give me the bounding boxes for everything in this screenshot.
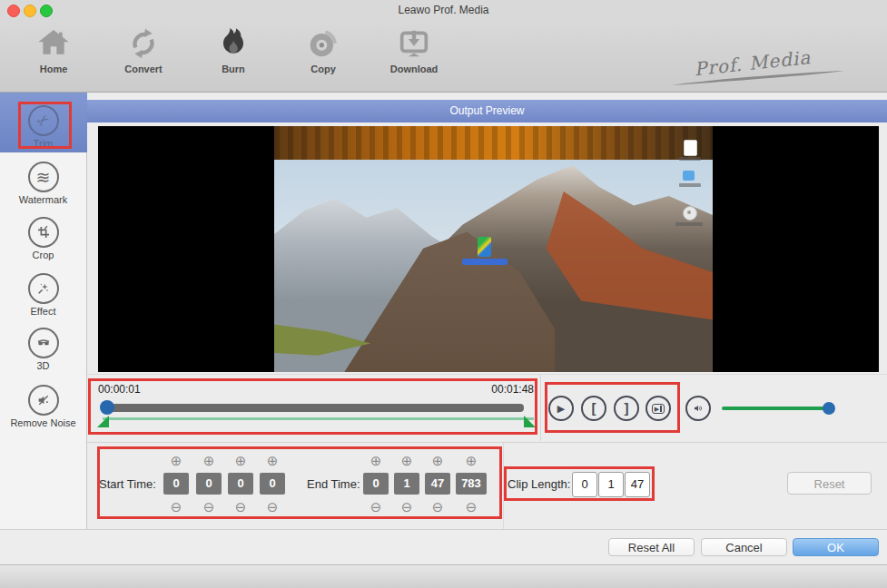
end-time-label: End Time: (307, 477, 360, 491)
decrement-button[interactable]: ⊖ (163, 500, 189, 514)
increment-button[interactable]: ⊕ (456, 454, 487, 468)
set-start-point-button[interactable]: [ (581, 396, 606, 421)
start-time-seconds-field[interactable]: 0 (228, 473, 253, 495)
copy-disc-icon (305, 25, 341, 62)
start-time-label: Start Time: (99, 477, 156, 491)
start-time-ms-spinner: ⊕ 0 ⊖ (260, 454, 285, 514)
prof-media-logo: Prof. Media (667, 44, 849, 91)
increment-button[interactable]: ⊕ (363, 454, 389, 468)
desktop-folder-label (679, 183, 701, 187)
start-time-minutes-spinner: ⊕ 0 ⊖ (196, 454, 222, 514)
timeline-track[interactable] (105, 404, 524, 412)
clip-length-label: Clip Length: (508, 477, 570, 491)
ok-button[interactable]: OK (793, 538, 879, 556)
speaker-icon (693, 401, 704, 416)
remove-noise-icon (28, 385, 59, 416)
row-divider (503, 443, 504, 529)
play-to-end-icon: ▶ (652, 404, 665, 414)
toolbar-item-label: Burn (195, 64, 271, 74)
timeline-current-time: 00:00:01 (98, 383, 141, 396)
app-window: Leawo Prof. Media Home Convert (0, 0, 887, 588)
increment-button[interactable]: ⊕ (425, 454, 450, 468)
decrement-button[interactable]: ⊖ (363, 500, 389, 514)
toolbar-item-download[interactable]: Download (376, 25, 452, 85)
desktop-installer-label (462, 259, 508, 265)
trim-scissors-icon: ✂ (28, 105, 59, 136)
bracket-open-icon: [ (592, 401, 596, 415)
desktop-document-label (679, 157, 701, 161)
toolbar-item-label: Convert (105, 64, 182, 74)
timeline-total-time: 00:01:48 (443, 383, 534, 396)
status-footer (0, 564, 887, 588)
burn-icon (215, 25, 251, 62)
end-time-minutes-spinner: ⊕ 1 ⊖ (394, 454, 419, 514)
home-icon (35, 25, 72, 62)
clip-length-seconds-field[interactable]: 47 (625, 472, 650, 497)
reset-all-button[interactable]: Reset All (608, 538, 695, 556)
start-time-hours-field[interactable]: 0 (163, 473, 189, 495)
increment-button[interactable]: ⊕ (163, 454, 189, 468)
trim-end-handle[interactable] (524, 416, 536, 427)
sidebar-item-3d[interactable]: 3D (0, 328, 86, 371)
3d-glasses-icon (28, 328, 59, 358)
increment-button[interactable]: ⊕ (394, 454, 419, 468)
end-time-ms-spinner: ⊕ 783 ⊖ (456, 454, 487, 514)
decrement-button[interactable]: ⊖ (394, 500, 419, 514)
end-time-hours-field[interactable]: 0 (363, 473, 389, 495)
increment-button[interactable]: ⊕ (196, 454, 222, 468)
play-button[interactable]: ▶ (548, 396, 574, 421)
clip-length-hours-field[interactable]: 0 (572, 472, 597, 497)
trim-range-track (103, 417, 534, 420)
start-time-minutes-field[interactable]: 0 (196, 473, 222, 495)
sidebar-item-effect[interactable]: Effect (0, 273, 86, 317)
sidebar-item-remove-noise[interactable]: Remove Noise (0, 385, 86, 428)
decrement-button[interactable]: ⊖ (260, 500, 285, 514)
titlebar: Leawo Prof. Media (0, 0, 887, 20)
clip-length-minutes-field[interactable]: 1 (598, 472, 624, 497)
window-title: Leawo Prof. Media (0, 4, 887, 16)
toolbar-item-label: Home (15, 64, 92, 74)
desktop-installer-icon (478, 237, 491, 257)
main-toolbar: Home Convert Burn (0, 20, 887, 93)
toolbar-item-convert[interactable]: Convert (105, 25, 182, 85)
bracket-close-icon: ] (625, 401, 629, 415)
end-time-ms-field[interactable]: 783 (456, 473, 487, 495)
sidebar: ✂ Trim ≋ Watermark Crop Effect (0, 93, 87, 529)
play-icon: ▶ (557, 404, 565, 414)
video-preview-stage (98, 126, 879, 372)
reset-button[interactable]: Reset (787, 472, 872, 495)
volume-slider-handle[interactable] (823, 402, 835, 415)
desktop-disc-label (675, 222, 703, 226)
convert-icon (125, 25, 162, 62)
trim-start-handle[interactable] (97, 416, 109, 427)
decrement-button[interactable]: ⊖ (196, 500, 222, 514)
toolbar-item-home[interactable]: Home (15, 25, 92, 85)
decrement-button[interactable]: ⊖ (228, 500, 253, 514)
volume-slider-track[interactable] (722, 407, 831, 410)
end-time-hours-spinner: ⊕ 0 ⊖ (363, 454, 389, 514)
set-end-point-button[interactable]: ] (614, 396, 639, 421)
toolbar-item-label: Copy (285, 64, 361, 74)
sidebar-item-crop[interactable]: Crop (0, 217, 86, 260)
mute-button[interactable] (685, 396, 711, 421)
row-divider (540, 375, 541, 441)
desktop-disc-icon (683, 206, 697, 220)
desktop-folder-icon (683, 171, 695, 181)
video-frame-desktop-wallpaper (274, 126, 713, 372)
end-time-seconds-field[interactable]: 47 (425, 473, 450, 495)
timeline-playhead-handle[interactable] (100, 400, 114, 415)
start-time-ms-field[interactable]: 0 (260, 473, 285, 495)
play-selection-button[interactable]: ▶ (646, 396, 671, 421)
sidebar-item-watermark[interactable]: ≋ Watermark (0, 162, 86, 205)
toolbar-item-copy[interactable]: Copy (285, 25, 361, 85)
end-time-seconds-spinner: ⊕ 47 ⊖ (425, 454, 450, 514)
sidebar-item-trim[interactable]: ✂ Trim (0, 105, 86, 149)
output-preview-header: Output Preview (87, 100, 887, 122)
increment-button[interactable]: ⊕ (260, 454, 285, 468)
cancel-button[interactable]: Cancel (701, 538, 787, 556)
decrement-button[interactable]: ⊖ (456, 500, 487, 514)
decrement-button[interactable]: ⊖ (425, 500, 450, 514)
toolbar-item-burn[interactable]: Burn (195, 25, 271, 85)
end-time-minutes-field[interactable]: 1 (394, 473, 419, 495)
increment-button[interactable]: ⊕ (228, 454, 253, 468)
